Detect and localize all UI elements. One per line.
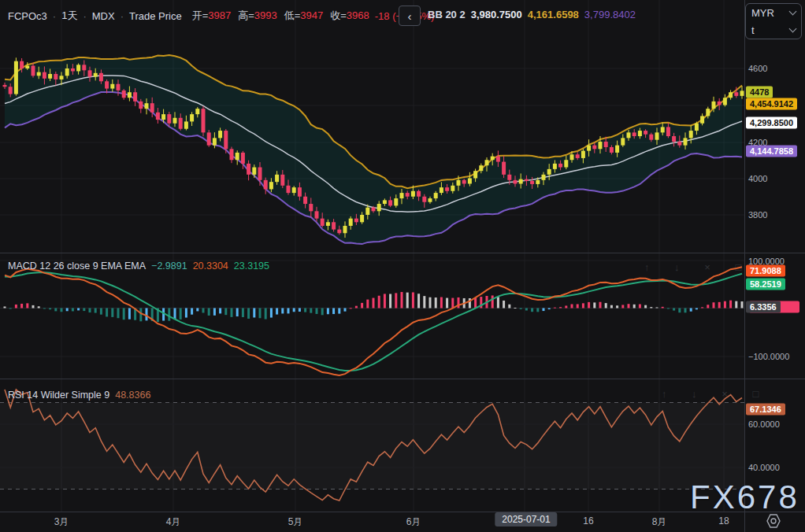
pane-separator-rsi[interactable]: [0, 379, 805, 379]
price-tick: 4000: [748, 174, 767, 183]
bb-upper-value: 4,161.6598: [528, 9, 579, 20]
symbol-legend[interactable]: FCPOc3 · 1天 · MDX · Trade Price 开=3987高=…: [8, 9, 434, 23]
rsi-legend[interactable]: RSI 14 Wilder Simple 9 48.8366: [8, 390, 150, 401]
bb-basis-value: 3,980.7500: [471, 9, 522, 20]
macd-title: MACD 12 26 close 9 EMA EMA: [8, 260, 146, 272]
bb-lower-value: 3,799.8402: [584, 9, 636, 20]
price-tick: 3800: [748, 210, 767, 220]
time-axis-border: [0, 512, 805, 512]
separator-dot: ·: [121, 10, 124, 22]
price-badge: 6.3356: [746, 301, 781, 313]
ohlc-item-2: 低=3947: [284, 9, 324, 23]
time-tick: 6月: [406, 515, 421, 529]
macd-line-value: 20.3304: [193, 260, 228, 272]
macd-pane-controls[interactable]: ↑ ↓ × □: [644, 261, 752, 273]
time-tick: 5月: [288, 515, 303, 529]
interval-label[interactable]: 1天: [61, 9, 77, 23]
exchange-label: MDX: [92, 10, 115, 22]
rsi-title: RSI 14 Wilder Simple 9: [8, 390, 109, 401]
chevron-down-icon: [789, 8, 797, 16]
currency-value: MYR: [751, 7, 774, 19]
separator-dot: ·: [53, 10, 56, 22]
price-tick: 4600: [748, 64, 767, 73]
time-tick: 16: [583, 515, 593, 526]
rsi-pane-controls[interactable]: ↑ ↓ × □: [662, 388, 770, 400]
series-type-label: Trade Price: [129, 10, 182, 22]
currency-dropdown[interactable]: MYR: [746, 4, 801, 21]
price-tick: 60.0000: [748, 419, 780, 429]
chevron-left-icon: ‹: [408, 9, 412, 23]
unit-value: t: [751, 24, 755, 36]
fx678-watermark: FX678: [690, 478, 799, 516]
time-tick: 4月: [166, 515, 181, 529]
crosshair-date-badge: 2025-07-01: [495, 512, 557, 526]
time-tick: 3月: [54, 515, 69, 529]
price-badge: 71.9088: [746, 265, 785, 277]
trading-chart-app: FCPOc3 · 1天 · MDX · Trade Price 开=3987高=…: [0, 0, 805, 532]
price-pane-chart[interactable]: [0, 0, 744, 253]
time-tick: 8月: [652, 515, 667, 529]
rsi-value: 48.8366: [115, 390, 150, 401]
ohlc-item-1: 高=3993: [238, 9, 277, 23]
ohlc-item-3: 收=3968: [330, 9, 369, 23]
bb-legend[interactable]: BB 20 2 3,980.7500 4,161.6598 3,799.8402: [428, 9, 636, 20]
price-tick: 40.0000: [748, 463, 780, 472]
price-badge: 4,299.8500: [746, 117, 797, 129]
pane-separator-macd[interactable]: [0, 253, 805, 253]
currency-unit-selector: MYR t: [745, 3, 802, 39]
price-badge: 67.1346: [746, 404, 785, 416]
time-tick: 18: [718, 515, 729, 526]
ohlc-values: 开=3987高=3993低=3947收=3968: [192, 9, 369, 23]
ohlc-item-0: 开=3987: [192, 9, 232, 23]
macd-legend[interactable]: MACD 12 26 close 9 EMA EMA −2.9891 20.33…: [8, 260, 269, 272]
macd-signal-value: 23.3195: [234, 260, 269, 272]
macd-hist-value: −2.9891: [151, 260, 187, 272]
price-tick: −100.0000: [748, 352, 789, 361]
price-badge: 4,454.9142: [746, 98, 797, 110]
price-badge: 4,144.7858: [746, 146, 797, 157]
unit-dropdown[interactable]: t: [746, 21, 801, 39]
price-badge: 4478: [746, 87, 773, 98]
separator-dot: ·: [83, 10, 86, 22]
symbol-name[interactable]: FCPOc3: [8, 10, 47, 22]
price-badge: 58.2519: [746, 279, 785, 290]
collapse-legend-button[interactable]: ‹: [399, 6, 421, 26]
macd-pane-chart[interactable]: [0, 253, 744, 379]
chevron-down-icon: [789, 25, 797, 33]
bb-title: BB 20 2: [428, 9, 466, 20]
